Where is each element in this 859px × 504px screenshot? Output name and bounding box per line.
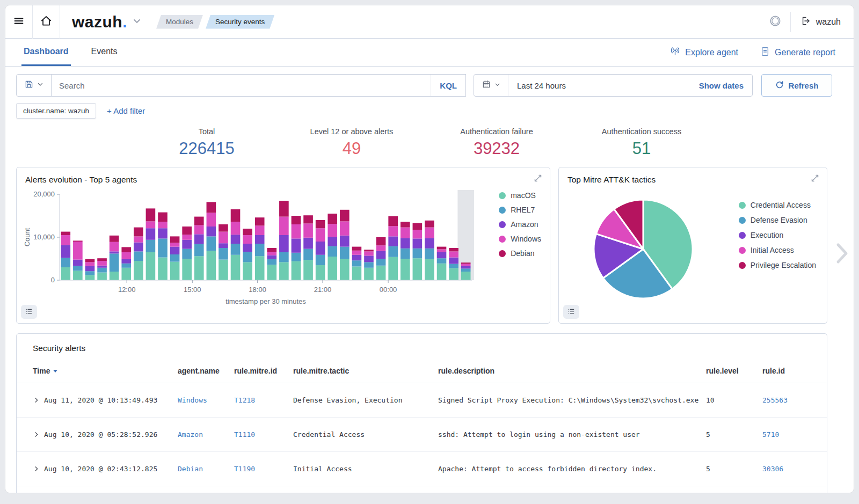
legend-item-initial-access[interactable]: Initial Access [739,246,816,254]
svg-text:timestamp per 30 minutes: timestamp per 30 minutes [225,297,306,305]
mitre-tactics-panel: Top Mitre ATT&K tactics Credential Acces… [558,167,827,324]
search-input[interactable] [52,81,431,90]
filter-pill[interactable]: cluster.name: wazuh [16,103,96,119]
ring-icon [769,14,782,29]
cluster-status-button[interactable] [760,5,790,39]
legend-item-amazon[interactable]: Amazon [499,220,541,229]
tab-dashboard[interactable]: Dashboard [21,39,71,66]
table-row: Aug 10, 2020 @ 05:28:52.926AmazonT1110Cr… [17,418,827,452]
kql-selector[interactable]: KQL [431,75,465,96]
menu-button[interactable] [5,5,32,39]
cell-rule-mitre-tactic: Credential Access [293,430,438,439]
top-nav: wazuh. ModulesSecurity events wazuh [5,5,854,39]
chevron-down-icon [494,81,501,90]
cell-time: Aug 10, 2020 @ 05:28:52.926 [33,430,178,439]
legend-label: macOS [511,191,536,200]
cell-rule-id[interactable]: 5710 [762,430,811,439]
cell-rule-level: 10 [706,396,762,404]
chevron-down-icon[interactable] [132,16,142,28]
refresh-button[interactable]: Refresh [761,74,832,97]
bar-chart-legend: macOSRHEL7AmazonWindowsDebian [499,191,541,258]
legend-label: Defense Evasion [751,216,807,224]
cell-rule-mitre-id[interactable]: T1110 [234,430,293,439]
legend-item-rhel7[interactable]: RHEL7 [499,206,541,214]
wazuh-logo[interactable]: wazuh. [72,13,127,31]
legend-label: Initial Access [751,246,794,254]
next-visualizations-button[interactable] [834,241,850,267]
refresh-icon [775,81,784,91]
home-button[interactable] [33,5,60,39]
legend-dot [739,232,746,239]
time-range-value[interactable]: Last 24 hours [508,81,699,90]
tab-events[interactable]: Events [89,39,120,66]
generate-report-button[interactable]: Generate report [760,46,835,59]
cell-rule-description: Signed Script Proxy Execution: C:\Window… [438,396,706,404]
panel-title: Top Mitre ATT&K tactics [567,175,656,185]
expand-row-icon[interactable] [33,431,40,438]
cell-agent-name[interactable]: Debian [178,465,234,473]
app-window: wazuh. ModulesSecurity events wazuh Dash… [5,5,854,493]
search-box: KQL [51,74,466,97]
saved-queries-button[interactable] [16,74,52,97]
svg-text:18:00: 18:00 [249,286,266,294]
column-header-rule-level[interactable]: rule.level [706,367,762,375]
cell-agent-name[interactable]: Amazon [178,430,234,439]
add-filter-button[interactable]: + Add filter [107,106,145,115]
query-bar: KQL Last 24 hours Show dates Refresh [16,74,832,97]
table-row: Aug 11, 2020 @ 10:13:49.493WindowsT1218D… [17,383,827,418]
column-header-rule-id[interactable]: rule.id [762,367,811,375]
legend-item-windows[interactable]: Windows [499,235,541,243]
legend-item-debian[interactable]: Debian [499,249,541,258]
legend-dot [499,192,506,199]
hamburger-icon [13,15,25,28]
stat-label: Level 12 or above alerts [279,127,424,136]
svg-text:21:00: 21:00 [314,286,332,294]
expand-icon[interactable] [532,172,545,186]
svg-text:15:00: 15:00 [184,286,201,294]
svg-text:00:00: 00:00 [380,286,397,294]
column-header-agent-name[interactable]: agent.name [178,367,234,375]
column-header-rule-description[interactable]: rule.description [438,367,706,375]
cell-rule-level: 5 [706,430,762,439]
legend-label: Privilege Escalation [751,261,816,269]
breadcrumb-modules[interactable]: Modules [156,15,203,29]
inspector-list-button[interactable] [21,305,37,319]
column-header-rule-mitre-id[interactable]: rule.mitre.id [234,367,293,375]
legend-item-execution[interactable]: Execution [739,231,816,239]
legend-item-defense-evasion[interactable]: Defense Evasion [739,216,816,224]
cell-rule-level: 5 [706,465,762,473]
alerts-evolution-panel: Alerts evolution - Top 5 agents 010,0002… [16,167,550,324]
expand-icon[interactable] [809,172,822,186]
visualizations-row: Alerts evolution - Top 5 agents 010,0002… [16,167,827,324]
cell-rule-id[interactable]: 255563 [762,396,811,404]
logout-icon [800,16,811,28]
cell-rule-mitre-id[interactable]: T1190 [234,465,293,473]
expand-row-icon[interactable] [33,397,40,404]
cell-rule-mitre-id[interactable]: T1218 [234,396,293,404]
cell-rule-id[interactable]: 30306 [762,465,811,473]
user-menu[interactable]: wazuh [791,16,854,28]
inspector-list-button[interactable] [563,305,579,319]
stat-authentication-success: Authentication success51 [569,127,714,158]
home-icon [39,14,53,30]
show-dates-button[interactable]: Show dates [699,81,752,90]
column-header-rule-mitre-tactic[interactable]: rule.mitre.tactic [293,367,438,375]
legend-label: RHEL7 [511,206,535,214]
svg-text:20,000: 20,000 [33,190,55,198]
column-header-time[interactable]: Time [33,367,178,375]
alerts-evolution-bar-chart: 010,00020,000Count12:0015:0018:0021:0000… [21,187,483,311]
legend-item-privilege-escalation[interactable]: Privilege Escalation [739,261,816,269]
cell-agent-name[interactable]: Windows [178,396,234,404]
panel-title: Alerts evolution - Top 5 agents [25,175,137,185]
legend-item-macos[interactable]: macOS [499,191,541,200]
legend-item-credential-access[interactable]: Credential Access [739,201,816,209]
breadcrumb-security-events[interactable]: Security events [206,15,274,29]
cell-rule-description: Apache: Attempt to access forbidden dire… [438,465,706,473]
time-value: Aug 10, 2020 @ 05:28:52.926 [44,430,157,439]
date-quick-select-button[interactable] [474,75,508,96]
pie-chart-legend: Credential AccessDefense EvasionExecutio… [739,201,816,269]
legend-dot [739,262,746,269]
security-alerts-panel: Security alerts Timeagent.namerule.mitre… [16,333,827,493]
explore-agent-button[interactable]: Explore agent [669,46,738,59]
expand-row-icon[interactable] [33,465,40,472]
